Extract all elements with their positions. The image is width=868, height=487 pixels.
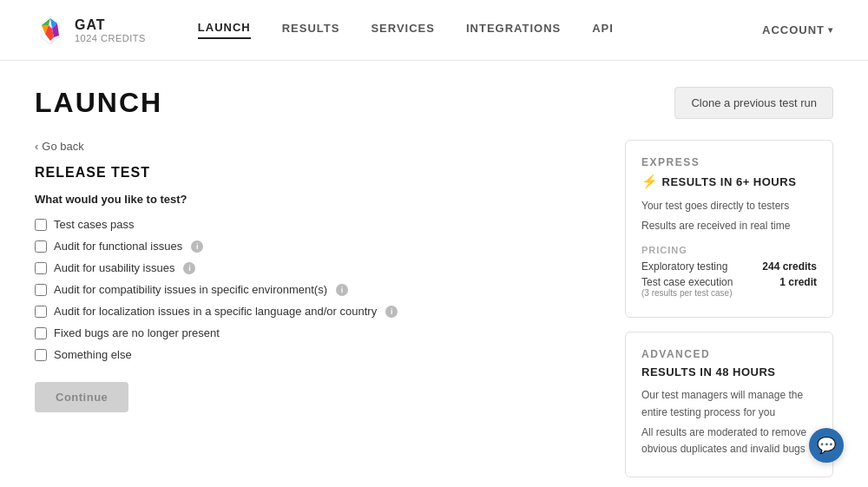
checkbox-test-cases-label: Test cases pass: [54, 218, 135, 231]
express-card-title: ⚡ RESULTS IN 6+ HOURS: [641, 174, 817, 189]
logo-area: GAT 1024 CREDITS: [35, 15, 146, 46]
main-nav: LAUNCH RESULTS SERVICES INTEGRATIONS API: [198, 21, 762, 39]
checkbox-compatibility[interactable]: Audit for compatibility issues in specif…: [35, 283, 599, 296]
svg-marker-1: [42, 18, 50, 25]
section-title: RELEASE TEST: [35, 165, 599, 181]
advanced-card-title: RESULTS IN 48 HOURS: [641, 365, 817, 378]
nav-item-api[interactable]: API: [592, 22, 614, 38]
nav-item-results[interactable]: RESULTS: [282, 22, 340, 38]
advanced-desc-1: Our test managers will manage the entire…: [641, 387, 817, 420]
right-panel: EXPRESS ⚡ RESULTS IN 6+ HOURS Your test …: [625, 140, 833, 487]
checkbox-test-cases-input[interactable]: [35, 219, 47, 231]
clone-test-button[interactable]: Clone a previous test run: [674, 87, 833, 119]
content-layout: ‹ Go back RELEASE TEST What would you li…: [35, 140, 833, 487]
express-desc-1: Your test goes directly to testers: [641, 198, 817, 214]
left-panel: ‹ Go back RELEASE TEST What would you li…: [35, 140, 599, 487]
account-label: ACCOUNT: [762, 23, 825, 36]
checkbox-localization-input[interactable]: [35, 306, 47, 318]
info-icon-functional[interactable]: i: [191, 240, 203, 253]
checkbox-fixed-bugs-label: Fixed bugs are no longer present: [54, 326, 220, 339]
checkbox-something-else-label: Something else: [54, 348, 132, 361]
express-card-title-text: RESULTS IN 6+ HOURS: [662, 175, 797, 188]
back-link-label: Go back: [42, 140, 83, 153]
advanced-card: ADVANCED RESULTS IN 48 HOURS Our test ma…: [625, 332, 833, 477]
checkbox-usability-input[interactable]: [35, 262, 47, 274]
info-icon-usability[interactable]: i: [183, 262, 195, 274]
checkbox-usability-label: Audit for usability issues: [54, 261, 174, 274]
checkbox-localization[interactable]: Audit for localization issues in a speci…: [35, 305, 599, 318]
question-label: What would you like to test?: [35, 193, 599, 206]
lightning-icon: ⚡: [641, 174, 659, 189]
checkbox-functional-input[interactable]: [35, 240, 47, 253]
back-arrow-icon: ‹: [35, 140, 38, 153]
continue-button[interactable]: Continue: [35, 382, 128, 412]
express-desc-2: Results are received in real time: [641, 218, 817, 234]
advanced-desc-2: All results are moderated to remove obvi…: [641, 424, 817, 457]
chat-button[interactable]: 💬: [809, 428, 844, 463]
logo-name: GAT: [75, 17, 146, 33]
chevron-down-icon: ▾: [828, 25, 833, 35]
advanced-card-type: ADVANCED: [641, 348, 817, 360]
checkbox-functional-label: Audit for functional issues: [54, 240, 182, 253]
express-card-type: EXPRESS: [641, 156, 817, 168]
checkbox-usability[interactable]: Audit for usability issues i: [35, 261, 599, 274]
pricing-row-testcase: Test case execution (3 results per test …: [641, 276, 817, 298]
gat-logo-icon: [35, 15, 66, 46]
page-header: LAUNCH Clone a previous test run: [35, 87, 833, 119]
nav-item-launch[interactable]: LAUNCH: [198, 21, 251, 39]
pricing-name-text: Exploratory testing: [641, 260, 727, 273]
checkbox-list: Test cases pass Audit for functional iss…: [35, 218, 599, 361]
logo-credits: 1024 CREDITS: [75, 33, 146, 43]
account-button[interactable]: ACCOUNT ▾: [762, 23, 833, 36]
nav-item-services[interactable]: SERVICES: [371, 22, 435, 38]
info-icon-localization[interactable]: i: [385, 306, 398, 318]
advanced-card-title-text: RESULTS IN 48 HOURS: [641, 365, 775, 378]
checkbox-something-else[interactable]: Something else: [35, 348, 599, 361]
checkbox-compatibility-label: Audit for compatibility issues in specif…: [54, 283, 327, 296]
nav-item-integrations[interactable]: INTEGRATIONS: [466, 22, 561, 38]
page-title: LAUNCH: [35, 87, 162, 119]
main-content: LAUNCH Clone a previous test run ‹ Go ba…: [0, 61, 868, 487]
checkbox-test-cases[interactable]: Test cases pass: [35, 218, 599, 231]
checkbox-compatibility-input[interactable]: [35, 284, 47, 296]
pricing-name-text-2: Test case execution: [641, 276, 733, 288]
chat-icon: 💬: [817, 436, 836, 455]
back-link[interactable]: ‹ Go back: [35, 140, 599, 153]
checkbox-fixed-bugs[interactable]: Fixed bugs are no longer present: [35, 326, 599, 339]
checkbox-something-else-input[interactable]: [35, 349, 47, 361]
checkbox-localization-label: Audit for localization issues in a speci…: [54, 305, 377, 318]
info-icon-compatibility[interactable]: i: [336, 284, 348, 296]
express-card: EXPRESS ⚡ RESULTS IN 6+ HOURS Your test …: [625, 140, 833, 318]
pricing-label: PRICING: [641, 245, 817, 255]
account-area: ACCOUNT ▾: [762, 23, 833, 36]
checkbox-functional[interactable]: Audit for functional issues i: [35, 240, 599, 253]
pricing-row-exploratory: Exploratory testing 244 credits: [641, 260, 817, 273]
header: GAT 1024 CREDITS LAUNCH RESULTS SERVICES…: [0, 0, 868, 61]
pricing-value-testcase: 1 credit: [779, 276, 817, 288]
pricing-sub-text: (3 results per test case): [641, 288, 733, 298]
pricing-name-testcase: Test case execution (3 results per test …: [641, 276, 733, 298]
checkbox-fixed-bugs-input[interactable]: [35, 327, 47, 339]
logo-text: GAT 1024 CREDITS: [75, 17, 146, 43]
pricing-value-exploratory: 244 credits: [762, 260, 817, 273]
pricing-name-exploratory: Exploratory testing: [641, 260, 727, 273]
